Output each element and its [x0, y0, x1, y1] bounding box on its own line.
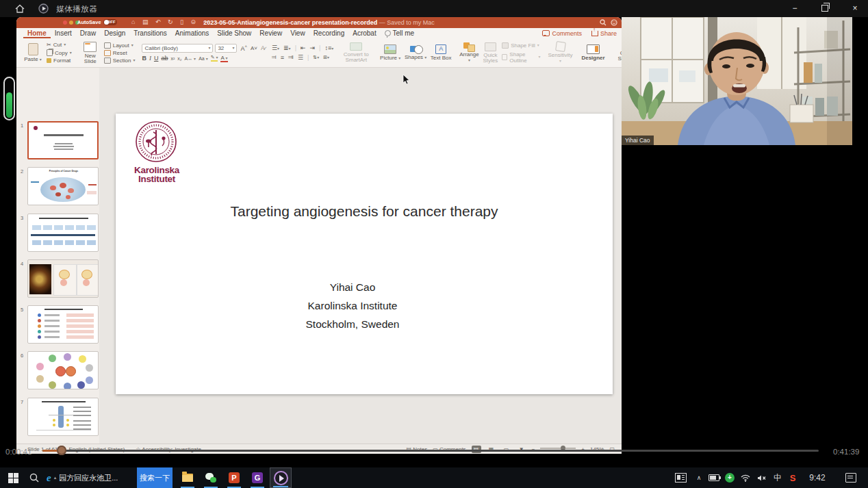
language-status[interactable]: English (United States) — [68, 446, 125, 452]
comments-panel-button[interactable]: ▭ Comments — [433, 446, 465, 452]
subscript-button[interactable]: x₂ — [177, 56, 181, 61]
ie-task-button[interactable]: e ▴ 园方回应永池卫... — [44, 467, 136, 488]
tab-slideshow[interactable]: Slide Show — [213, 28, 255, 38]
align-text-button[interactable]: ⊞▾ — [323, 55, 329, 60]
slide-thumbnail-3[interactable] — [27, 214, 99, 252]
action-center-button[interactable] — [842, 467, 860, 488]
bold-button[interactable]: B — [142, 55, 146, 62]
share-button[interactable]: Share — [587, 30, 622, 37]
slide-thumbnail-6[interactable] — [27, 351, 99, 389]
font-size-select[interactable]: 32▾ — [215, 44, 237, 53]
feedback-smiley-icon[interactable] — [611, 19, 617, 26]
wechat-button[interactable] — [201, 467, 220, 488]
start-button[interactable] — [4, 467, 22, 488]
tab-insert[interactable]: Insert — [51, 28, 76, 38]
justify-button[interactable]: ☰ — [298, 54, 303, 61]
tab-acrobat[interactable]: Acrobat — [348, 28, 380, 38]
slide-thumbnail-7[interactable] — [27, 398, 99, 436]
text-direction-button[interactable]: ⇅▾ — [313, 55, 319, 60]
antivirus-tray-button[interactable]: + — [723, 467, 737, 488]
font-name-select[interactable]: Calibri (Body)▾ — [142, 44, 213, 53]
arrange-button[interactable]: Arrange ▾ — [459, 42, 478, 63]
shape-fill-button[interactable]: Shape Fill▾ — [502, 42, 540, 49]
font-color-button[interactable]: A ▾ — [220, 55, 227, 62]
increase-indent-button[interactable]: ⇥ — [310, 44, 316, 51]
minimize-button[interactable]: − — [786, 2, 804, 15]
slide-thumbnail-2[interactable]: Principles of Cancer Drugs — [27, 167, 99, 205]
character-spacing-button[interactable]: A↔ ▾ — [184, 56, 196, 61]
layout-button[interactable]: Layout▾ — [104, 42, 136, 49]
slideshow-button[interactable]: ▼ — [517, 446, 526, 453]
slide-title-text[interactable]: Targeting angiogenesis for cancer therap… — [116, 203, 613, 220]
powerpoint-button[interactable]: P — [225, 467, 244, 488]
decrease-font-button[interactable]: A˅ — [251, 45, 257, 51]
tray-expand-button[interactable]: ∧ — [693, 467, 705, 488]
shape-outline-button[interactable]: Shape Outline▾ — [502, 51, 540, 64]
tab-view[interactable]: View — [286, 28, 309, 38]
text-box-button[interactable]: A Text Box — [429, 44, 452, 61]
align-center-button[interactable]: ≡ — [281, 54, 284, 61]
tab-draw[interactable]: Draw — [76, 28, 100, 38]
cut-button[interactable]: ✂Cut▾ — [47, 42, 72, 48]
paste-button[interactable]: Paste ▾ — [21, 43, 44, 62]
clear-formatting-button[interactable]: A̷ — [261, 45, 265, 51]
tab-recording[interactable]: Recording — [309, 28, 349, 38]
shapes-button[interactable]: Shapes ▾ — [404, 45, 427, 60]
zoom-out-button[interactable]: − — [532, 446, 535, 452]
search-cta-button[interactable]: 搜索一下 — [137, 467, 173, 488]
home-icon[interactable] — [15, 4, 25, 13]
fit-slide-button[interactable]: ▢ — [609, 446, 615, 452]
tab-animations[interactable]: Animations — [171, 28, 213, 38]
notes-button[interactable]: ▤ Notes — [406, 446, 427, 452]
increase-font-button[interactable]: A˄ — [240, 44, 247, 52]
tab-tellme[interactable]: Tell me — [381, 28, 418, 38]
taskbar-search-button[interactable] — [26, 467, 42, 488]
search-icon[interactable] — [600, 19, 607, 26]
wifi-indicator[interactable] — [738, 467, 753, 488]
slide-thumbnail-1[interactable] — [27, 121, 99, 159]
tab-design[interactable]: Design — [100, 28, 129, 38]
quick-styles-button[interactable]: Quick Styles — [481, 42, 500, 64]
sogou-tray-button[interactable]: S — [786, 467, 800, 488]
taskbar-clock[interactable]: 9:42 — [802, 467, 832, 488]
slide-thumbnail-5[interactable] — [27, 305, 99, 344]
slide-thumbnail-4[interactable] — [27, 259, 99, 298]
sensitivity-button[interactable]: Sensitivity ▾ — [548, 42, 574, 64]
news-widget-button[interactable] — [672, 467, 689, 488]
tab-home[interactable]: Home — [23, 28, 51, 38]
close-button[interactable]: × — [846, 2, 864, 15]
slide-author-block[interactable]: Yihai Cao Karolinska Institute Stockholm… — [104, 278, 601, 333]
file-explorer-button[interactable] — [178, 467, 197, 488]
zoom-in-button[interactable]: + — [581, 446, 585, 452]
normal-view-button[interactable]: ▤ — [472, 446, 481, 453]
convert-smartart-button[interactable]: Convert to SmartArt — [340, 42, 372, 63]
reading-view-button[interactable]: ▭ — [502, 446, 511, 453]
align-right-button[interactable]: ⫥ — [288, 53, 294, 61]
battery-indicator[interactable] — [706, 467, 722, 488]
decrease-indent-button[interactable]: ⇤ — [301, 44, 306, 51]
tab-review[interactable]: Review — [255, 28, 286, 38]
strikethrough-button[interactable]: ab — [161, 55, 168, 62]
restore-button[interactable] — [816, 2, 834, 15]
zoom-level[interactable]: 145% — [590, 446, 604, 452]
line-spacing-button[interactable]: ↕≡▾ — [324, 44, 333, 51]
italic-button[interactable]: I — [149, 55, 151, 62]
g-app-button[interactable]: G — [248, 467, 267, 488]
bullets-button[interactable]: ☰▾ — [272, 44, 279, 51]
align-left-button[interactable]: ⫤ — [272, 53, 277, 61]
designer-button[interactable]: Designer — [580, 44, 607, 61]
slide-1[interactable]: Karolinska Institutet Targeting angiogen… — [116, 114, 613, 394]
underline-button[interactable]: U — [154, 55, 159, 62]
new-slide-button[interactable]: New Slide — [79, 42, 102, 64]
highlight-button[interactable]: ✎ ▾ — [211, 55, 218, 62]
superscript-button[interactable]: x² — [170, 56, 175, 61]
numbering-button[interactable]: ≣▾ — [283, 44, 291, 51]
accessibility-status[interactable]: ☆ Accessibility: Investigate — [136, 446, 201, 452]
format-painter-button[interactable]: Format — [47, 57, 72, 64]
volume-muted-indicator[interactable] — [754, 467, 769, 488]
copy-button[interactable]: Copy▾ — [47, 49, 72, 56]
comments-button[interactable]: Comments — [537, 30, 587, 37]
change-case-button[interactable]: Aa ▾ — [199, 56, 208, 61]
ime-indicator[interactable]: 中 — [771, 467, 784, 488]
tab-transitions[interactable]: Transitions — [129, 28, 171, 38]
